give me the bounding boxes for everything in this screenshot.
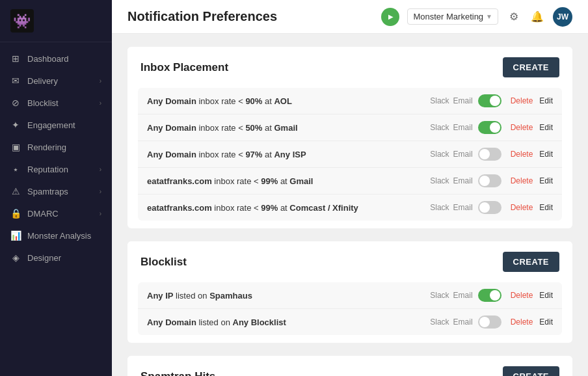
blocklist-title: Blocklist	[140, 256, 187, 269]
rendering-icon: ▣	[10, 142, 21, 152]
notifications-icon[interactable]: 🔔	[529, 9, 545, 25]
chevron-down-icon: ▼	[486, 13, 492, 20]
sidebar-item-dmarc[interactable]: 🔒 DMARC ›	[0, 202, 112, 224]
svg-text:👾: 👾	[13, 12, 31, 30]
sidebar-item-label: DMARC	[27, 209, 59, 219]
table-row: Any Domain listed on Any Blocklist Slack…	[138, 309, 562, 335]
settings-icon[interactable]: ⚙	[506, 9, 522, 25]
rule-channels: Slack Email	[430, 96, 472, 105]
rule-toggle[interactable]	[478, 201, 501, 214]
sidebar-item-label: Engagement	[27, 120, 75, 130]
email-label: Email	[453, 176, 473, 185]
edit-button[interactable]: Edit	[539, 176, 553, 185]
rule-toggle[interactable]	[478, 174, 501, 187]
rule-channels: Slack Email	[430, 176, 472, 185]
edit-button[interactable]: Edit	[539, 150, 553, 159]
sidebar-item-designer[interactable]: ◈ Designer	[0, 247, 112, 269]
email-label: Email	[453, 150, 473, 159]
edit-button[interactable]: Edit	[539, 96, 553, 105]
rule-toggle[interactable]	[478, 316, 501, 329]
chevron-right-icon: ›	[100, 77, 101, 85]
sidebar-item-label: Rendering	[27, 142, 66, 152]
blocklist-create-button[interactable]: CREATE	[503, 252, 559, 272]
table-row: eatatfranks.com inbox rate < 99% at Comc…	[138, 195, 562, 221]
edit-button[interactable]: Edit	[539, 317, 553, 327]
sidebar-item-label: Blocklist	[27, 98, 59, 108]
edit-button[interactable]: Edit	[539, 291, 553, 300]
rule-toggle[interactable]	[478, 148, 501, 161]
sidebar-item-spamtraps[interactable]: ⚠ Spamtraps ›	[0, 180, 112, 202]
table-row: eatatfranks.com inbox rate < 99% at Gmai…	[138, 168, 562, 195]
slack-label: Slack	[430, 176, 449, 185]
blocklist-icon: ⊘	[10, 98, 21, 108]
slack-label: Slack	[430, 291, 449, 300]
sidebar-item-label: Designer	[27, 253, 61, 263]
sidebar-item-engagement[interactable]: ✦ Engagement	[0, 114, 112, 136]
spamtrap-hits-create-button[interactable]: CREATE	[503, 366, 559, 376]
rule-text: Any Domain listed on Any Blocklist	[147, 317, 425, 327]
sidebar: 👾 ⊞ Dashboard ✉ Delivery › ⊘ Blocklist ›	[0, 0, 112, 376]
sidebar-item-rendering[interactable]: ▣ Rendering	[0, 136, 112, 158]
blocklist-rules: Any IP listed on Spamhaus Slack Email De…	[127, 282, 572, 343]
rule-text: Any Domain inbox rate < 50% at Gmail	[147, 123, 425, 133]
slack-label: Slack	[430, 96, 449, 105]
spamtrap-hits-title: Spamtrap Hits	[140, 370, 215, 377]
play-button[interactable]	[381, 8, 399, 26]
rule-text: Any IP listed on Spamhaus	[147, 291, 425, 301]
edit-button[interactable]: Edit	[539, 123, 553, 132]
email-label: Email	[453, 317, 473, 327]
rule-text: eatatfranks.com inbox rate < 99% at Gmai…	[147, 176, 425, 186]
account-name: Monster Marketing	[413, 12, 483, 21]
sidebar-item-monster-analysis[interactable]: 📊 Monster Analysis	[0, 224, 112, 247]
rule-toggle[interactable]	[478, 121, 501, 134]
rule-channels: Slack Email	[430, 150, 472, 159]
delete-button[interactable]: Delete	[511, 317, 533, 327]
spamtrap-hits-header: Spamtrap Hits CREATE	[127, 356, 572, 376]
main-area: Notification Preferences Monster Marketi…	[112, 0, 588, 376]
content-area: Inbox Placement CREATE Any Domain inbox …	[112, 34, 588, 376]
delete-button[interactable]: Delete	[511, 176, 533, 185]
delivery-icon: ✉	[10, 75, 21, 86]
rule-channels: Slack Email	[430, 291, 472, 300]
delete-button[interactable]: Delete	[511, 150, 533, 159]
spamtrap-hits-section: Spamtrap Hits CREATE nessletter.com hits…	[127, 356, 572, 376]
sidebar-navigation: ⊞ Dashboard ✉ Delivery › ⊘ Blocklist › ✦…	[0, 42, 112, 376]
rule-channels: Slack Email	[430, 203, 472, 212]
slack-label: Slack	[430, 203, 449, 212]
engagement-icon: ✦	[10, 120, 21, 130]
chevron-right-icon: ›	[100, 166, 101, 173]
dashboard-icon: ⊞	[10, 53, 21, 64]
table-row: Any IP listed on Spamhaus Slack Email De…	[138, 282, 562, 309]
rule-toggle[interactable]	[478, 289, 501, 302]
sidebar-item-label: Dashboard	[27, 54, 69, 64]
sidebar-logo: 👾	[0, 0, 112, 42]
sidebar-item-reputation[interactable]: ⭑ Reputation ›	[0, 158, 112, 180]
page-header: Notification Preferences Monster Marketi…	[112, 0, 588, 34]
rule-text: Any Domain inbox rate < 97% at Any ISP	[147, 150, 425, 159]
account-selector[interactable]: Monster Marketing ▼	[407, 8, 498, 25]
delete-button[interactable]: Delete	[511, 291, 533, 300]
dmarc-icon: 🔒	[10, 208, 21, 219]
page-title: Notification Preferences	[127, 9, 277, 24]
sidebar-item-delivery[interactable]: ✉ Delivery ›	[0, 70, 112, 92]
inbox-placement-create-button[interactable]: CREATE	[503, 57, 559, 77]
sidebar-item-label: Monster Analysis	[27, 231, 91, 241]
table-row: Any Domain inbox rate < 90% at AOL Slack…	[138, 88, 562, 114]
avatar[interactable]: JW	[553, 7, 572, 27]
delete-button[interactable]: Delete	[511, 96, 533, 105]
inbox-placement-rules: Any Domain inbox rate < 90% at AOL Slack…	[127, 88, 572, 228]
header-right: Monster Marketing ▼ ⚙ 🔔 JW	[381, 7, 572, 27]
blocklist-section: Blocklist CREATE Any IP listed on Spamha…	[127, 241, 572, 343]
blocklist-header: Blocklist CREATE	[127, 241, 572, 282]
rule-toggle[interactable]	[478, 94, 501, 107]
delete-button[interactable]: Delete	[511, 123, 533, 132]
sidebar-item-label: Reputation	[27, 165, 68, 174]
slack-label: Slack	[430, 150, 449, 159]
email-label: Email	[453, 203, 473, 212]
delete-button[interactable]: Delete	[511, 203, 533, 212]
sidebar-item-dashboard[interactable]: ⊞ Dashboard	[0, 47, 112, 70]
edit-button[interactable]: Edit	[539, 203, 553, 212]
rule-channels: Slack Email	[430, 123, 472, 132]
sidebar-item-blocklist[interactable]: ⊘ Blocklist ›	[0, 92, 112, 114]
sidebar-item-label: Delivery	[27, 76, 58, 86]
